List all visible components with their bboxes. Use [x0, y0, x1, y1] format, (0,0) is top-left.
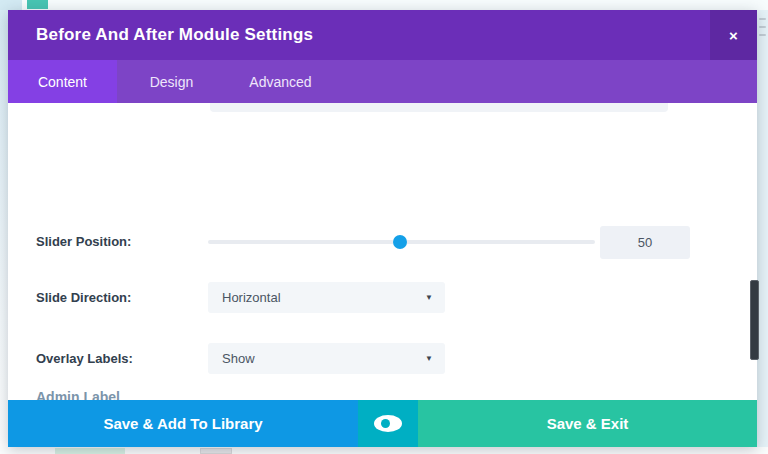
chevron-down-icon: ▼ — [425, 293, 433, 302]
overlay-labels-value: Show — [222, 351, 255, 366]
scrollbar-thumb[interactable] — [750, 280, 759, 360]
slider-position-label: Slider Position: — [36, 233, 131, 251]
modal-title: Before And After Module Settings — [8, 25, 313, 45]
preview-button[interactable] — [358, 400, 418, 447]
underlying-page-right — [757, 10, 768, 447]
underlying-page-gray-block — [200, 448, 232, 454]
module-settings-modal: Before And After Module Settings × Conte… — [8, 10, 757, 447]
chevron-down-icon: ▼ — [425, 354, 433, 363]
tab-content[interactable]: Content — [8, 60, 117, 103]
slider-position-value[interactable]: 50 — [600, 226, 690, 259]
slide-direction-value: Horizontal — [222, 290, 281, 305]
overlay-labels-select[interactable]: Show ▼ — [208, 343, 445, 374]
slide-direction-select[interactable]: Horizontal ▼ — [208, 282, 445, 313]
save-add-to-library-button[interactable]: Save & Add To Library — [8, 400, 358, 447]
modal-tabbar: Content Design Advanced — [8, 60, 757, 103]
close-icon[interactable]: × — [710, 10, 757, 60]
modal-footer: Save & Add To Library Save & Exit — [8, 400, 757, 447]
save-and-exit-button[interactable]: Save & Exit — [418, 400, 757, 447]
overlay-labels-label: Overlay Labels: — [36, 350, 133, 368]
slider-thumb[interactable] — [393, 235, 407, 249]
modal-body: Slider Position: 50 Slide Direction: Hor… — [8, 103, 757, 400]
underlying-page-teal-block — [27, 0, 48, 9]
underlying-page-top — [0, 0, 768, 10]
tab-advanced[interactable]: Advanced — [226, 60, 335, 103]
underlying-page-green-block — [55, 448, 125, 454]
modal-header: Before And After Module Settings × — [8, 10, 757, 60]
slider-position-track[interactable] — [208, 240, 595, 244]
underlying-page-top-blue — [0, 0, 22, 10]
eye-icon — [374, 415, 402, 432]
slide-direction-label: Slide Direction: — [36, 289, 131, 307]
tab-design[interactable]: Design — [117, 60, 226, 103]
partial-text-input[interactable] — [210, 103, 668, 112]
admin-label-section-title: Admin Label — [36, 389, 120, 400]
underlying-page-left — [0, 10, 8, 447]
